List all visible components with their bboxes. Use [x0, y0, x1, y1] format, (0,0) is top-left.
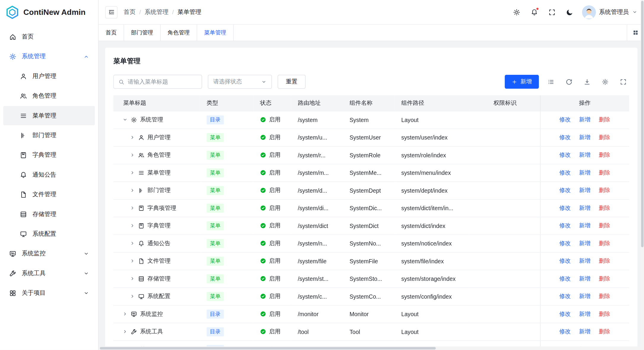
op-delete-link[interactable]: 删除 — [599, 116, 610, 123]
search-input[interactable] — [128, 78, 197, 85]
expand-row-icon[interactable] — [130, 152, 135, 158]
notifications-button[interactable] — [527, 5, 541, 19]
sidebar-item-system[interactable]: 系统管理 — [3, 47, 95, 66]
sidebar-item-file[interactable]: 文件管理 — [3, 185, 95, 204]
column-settings-button[interactable] — [599, 76, 611, 88]
collapse-row-icon[interactable] — [122, 117, 128, 122]
sidebar-item-menu[interactable]: 菜单管理 — [3, 106, 95, 125]
breadcrumb-item[interactable]: 菜单管理 — [178, 8, 201, 16]
op-delete-link[interactable]: 删除 — [599, 204, 610, 212]
op-edit-link[interactable]: 修改 — [559, 328, 571, 335]
expand-row-icon[interactable] — [130, 188, 135, 193]
op-delete-link[interactable]: 删除 — [599, 151, 610, 159]
sidebar-item-dept[interactable]: 部门管理 — [3, 126, 95, 145]
op-delete-link[interactable]: 删除 — [599, 275, 610, 282]
sidebar-item-config[interactable]: 系统配置 — [3, 224, 95, 243]
sidebar-item-tool[interactable]: 系统工具 — [3, 264, 95, 283]
permission-cell — [470, 111, 540, 128]
sidebar-item-notice[interactable]: 通知公告 — [3, 165, 95, 184]
sidebar-item-monitor[interactable]: 系统监控 — [3, 244, 95, 263]
expand-row-icon[interactable] — [130, 241, 135, 246]
sidebar-item-about[interactable]: 关于项目 — [3, 283, 95, 303]
expand-row-icon[interactable] — [130, 294, 135, 299]
op-add-link[interactable]: 新增 — [579, 222, 591, 229]
op-delete-link[interactable]: 删除 — [599, 257, 610, 265]
op-add-link[interactable]: 新增 — [579, 310, 591, 318]
expand-row-icon[interactable] — [130, 258, 135, 264]
op-delete-link[interactable]: 删除 — [599, 187, 610, 194]
expand-row-icon[interactable] — [130, 276, 135, 281]
op-edit-link[interactable]: 修改 — [559, 134, 571, 141]
op-add-link[interactable]: 新增 — [579, 204, 591, 212]
op-edit-link[interactable]: 修改 — [559, 240, 571, 247]
op-edit-link[interactable]: 修改 — [559, 275, 571, 282]
user-menu[interactable]: 系统管理员 — [582, 5, 637, 19]
breadcrumb-item[interactable]: 系统管理 — [145, 8, 168, 16]
tab-home[interactable]: 首页 — [99, 25, 124, 41]
op-add-link[interactable]: 新增 — [579, 275, 591, 282]
op-delete-link[interactable]: 删除 — [599, 293, 610, 300]
op-edit-link[interactable]: 修改 — [559, 310, 571, 318]
refresh-button[interactable] — [563, 76, 575, 88]
tab-role[interactable]: 角色管理 — [161, 25, 197, 41]
column-header: 状态 — [253, 95, 291, 111]
op-add-link[interactable]: 新增 — [579, 169, 591, 176]
op-edit-link[interactable]: 修改 — [559, 204, 571, 212]
add-button[interactable]: 新增 — [505, 75, 539, 89]
breadcrumb-item[interactable]: 首页 — [124, 8, 135, 16]
vertical-scrollbar[interactable] — [641, 0, 644, 350]
op-delete-link[interactable]: 删除 — [599, 240, 610, 247]
op-delete-link[interactable]: 删除 — [599, 328, 610, 335]
tab-dept[interactable]: 部门管理 — [124, 25, 161, 41]
dark-mode-button[interactable] — [562, 5, 576, 19]
sidebar-collapse-button[interactable] — [105, 6, 117, 18]
op-add-link[interactable]: 新增 — [579, 151, 591, 159]
horizontal-scrollbar-thumb[interactable] — [100, 347, 436, 349]
fullscreen-button[interactable] — [545, 5, 559, 19]
op-edit-link[interactable]: 修改 — [559, 257, 571, 265]
expand-row-icon[interactable] — [130, 223, 135, 228]
settings-button[interactable] — [509, 5, 523, 19]
sidebar-item-label: 角色管理 — [32, 92, 89, 100]
op-edit-link[interactable]: 修改 — [559, 169, 571, 176]
tab-menu[interactable]: 菜单管理 — [197, 25, 234, 41]
op-delete-link[interactable]: 删除 — [599, 134, 610, 141]
op-add-link[interactable]: 新增 — [579, 116, 591, 123]
list-view-button[interactable] — [545, 76, 557, 88]
table-fullscreen-button[interactable] — [617, 76, 629, 88]
app-logo[interactable]: ContiNew Admin — [0, 0, 98, 25]
table-actions: 新增 — [505, 75, 629, 89]
sidebar-item-home[interactable]: 首页 — [3, 27, 95, 46]
sidebar-item-user[interactable]: 用户管理 — [3, 66, 95, 86]
op-edit-link[interactable]: 修改 — [559, 151, 571, 159]
op-edit-link[interactable]: 修改 — [559, 222, 571, 229]
expand-row-icon[interactable] — [130, 170, 135, 175]
expand-row-icon[interactable] — [122, 329, 128, 334]
op-delete-link[interactable]: 删除 — [599, 222, 610, 229]
op-delete-link[interactable]: 删除 — [599, 169, 610, 176]
op-edit-link[interactable]: 修改 — [559, 187, 571, 194]
expand-row-icon[interactable] — [130, 135, 135, 140]
op-add-link[interactable]: 新增 — [579, 187, 591, 194]
sidebar-item-role[interactable]: 角色管理 — [3, 86, 95, 105]
sidebar-item-storage[interactable]: 存储管理 — [3, 205, 95, 224]
sidebar-item-dict[interactable]: 字典管理 — [3, 145, 95, 165]
op-add-link[interactable]: 新增 — [579, 240, 591, 247]
reset-button[interactable]: 重置 — [278, 75, 306, 89]
vertical-scrollbar-thumb[interactable] — [641, 1, 643, 247]
expand-row-icon[interactable] — [130, 205, 135, 211]
status-select[interactable]: 请选择状态 — [208, 75, 272, 89]
op-add-link[interactable]: 新增 — [579, 257, 591, 265]
op-add-link[interactable]: 新增 — [579, 134, 591, 141]
type-badge: 菜单 — [207, 186, 224, 195]
op-add-link[interactable]: 新增 — [579, 328, 591, 335]
check-circle-icon — [260, 293, 266, 300]
op-edit-link[interactable]: 修改 — [559, 116, 571, 123]
expand-row-icon[interactable] — [122, 311, 128, 317]
component-path-cell: system/user/index — [395, 129, 470, 146]
horizontal-scrollbar[interactable] — [99, 346, 641, 350]
export-button[interactable] — [581, 76, 593, 88]
op-edit-link[interactable]: 修改 — [559, 293, 571, 300]
op-add-link[interactable]: 新增 — [579, 293, 591, 300]
op-delete-link[interactable]: 删除 — [599, 310, 610, 318]
